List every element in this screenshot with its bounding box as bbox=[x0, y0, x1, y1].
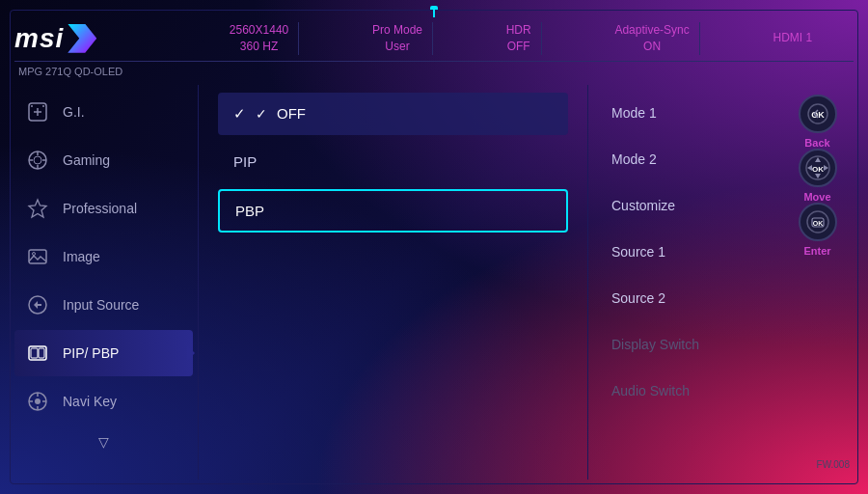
resolution-item: 2560X1440 360 HZ bbox=[220, 22, 299, 55]
svg-point-3 bbox=[31, 105, 33, 107]
sidebar-label-gaming: Gaming bbox=[63, 152, 110, 168]
middle-panel: ✓ OFF PIP PBP bbox=[198, 85, 588, 480]
pro-mode-line1: Pro Mode bbox=[372, 22, 422, 39]
right-option-source1[interactable]: Source 1 bbox=[604, 232, 766, 272]
pip-pbp-icon bbox=[24, 340, 51, 367]
content-area: G.I. Gaming bbox=[14, 85, 854, 480]
hdmi-line1: HDMI 1 bbox=[773, 30, 812, 46]
right-option-display-switch: Display Switch bbox=[604, 324, 766, 365]
svg-point-19 bbox=[35, 398, 41, 404]
pro-mode-line2: User bbox=[385, 39, 409, 55]
right-option-audio-switch: Audio Switch bbox=[604, 370, 766, 411]
enter-circle: OK bbox=[799, 203, 837, 241]
gaming-icon bbox=[24, 147, 51, 174]
right-panel: Mode 1 Mode 2 Customize Source 1 Source … bbox=[588, 85, 781, 480]
monitor-label: MPG 271Q QD-OLED bbox=[14, 62, 854, 85]
input-source-icon bbox=[24, 291, 51, 318]
svg-point-6 bbox=[34, 156, 41, 164]
option-off-label: OFF bbox=[277, 105, 306, 122]
hdmi-item[interactable]: HDMI 1 bbox=[763, 30, 822, 46]
logo-area: msi bbox=[14, 23, 188, 54]
navi-key-icon bbox=[24, 388, 51, 415]
logo-accent-icon bbox=[68, 24, 96, 53]
sidebar-label-gi: G.I. bbox=[63, 104, 85, 120]
svg-rect-12 bbox=[29, 250, 46, 263]
sidebar-item-input-source[interactable]: Input Source bbox=[14, 282, 193, 328]
header-bar: msi 2560X1440 360 HZ Pro Mode User HDR O… bbox=[14, 14, 854, 62]
sidebar-label-pip-pbp: PIP/ PBP bbox=[63, 345, 119, 361]
gi-icon bbox=[24, 98, 51, 125]
option-pbp[interactable]: PBP bbox=[218, 189, 568, 233]
svg-marker-11 bbox=[29, 200, 46, 217]
enter-label: Enter bbox=[803, 245, 830, 257]
checkmark-icon: ✓ bbox=[256, 106, 267, 122]
resolution-line1: 2560X1440 bbox=[230, 22, 288, 39]
option-pbp-label: PBP bbox=[235, 203, 264, 219]
sidebar-label-professional: Professional bbox=[63, 201, 137, 216]
header-items: 2560X1440 360 HZ Pro Mode User HDR OFF A… bbox=[188, 22, 854, 55]
mode2-label: Mode 2 bbox=[611, 151, 657, 167]
sidebar-label-input-source: Input Source bbox=[63, 297, 139, 313]
source2-label: Source 2 bbox=[611, 290, 665, 306]
sidebar-item-navi-key[interactable]: Navi Key bbox=[14, 378, 193, 425]
svg-text:OK: OK bbox=[812, 219, 823, 226]
move-label: Move bbox=[803, 191, 830, 203]
adaptive-sync-line2: ON bbox=[643, 39, 661, 55]
sidebar-scroll-down[interactable]: ▽ bbox=[14, 426, 193, 457]
back-circle: OK bbox=[799, 95, 837, 133]
adaptive-sync-line1: Adaptive-Sync bbox=[614, 22, 689, 39]
resolution-line2: 360 HZ bbox=[240, 39, 278, 55]
sidebar-label-image: Image bbox=[63, 249, 100, 264]
mode1-label: Mode 1 bbox=[611, 105, 657, 121]
sidebar-item-gaming[interactable]: Gaming bbox=[14, 137, 193, 183]
option-off[interactable]: ✓ OFF bbox=[218, 93, 568, 135]
firmware-label: FW.008 bbox=[817, 459, 854, 470]
source1-label: Source 1 bbox=[611, 244, 665, 260]
hdr-line2: OFF bbox=[507, 39, 530, 55]
svg-point-4 bbox=[42, 105, 44, 107]
sidebar-label-navi-key: Navi Key bbox=[63, 394, 117, 409]
controls-panel: OK Back OK bbox=[781, 85, 854, 480]
hdr-line1: HDR bbox=[506, 22, 531, 39]
audio-switch-label: Audio Switch bbox=[611, 383, 690, 398]
svg-rect-17 bbox=[39, 348, 44, 358]
right-option-mode2[interactable]: Mode 2 bbox=[604, 139, 766, 179]
sidebar-item-professional[interactable]: Professional bbox=[14, 185, 193, 232]
back-button[interactable]: OK Back bbox=[799, 95, 837, 149]
hdr-item[interactable]: HDR OFF bbox=[497, 22, 542, 55]
right-option-mode1[interactable]: Mode 1 bbox=[604, 93, 766, 133]
enter-button[interactable]: OK Enter bbox=[799, 203, 837, 257]
right-option-source2[interactable]: Source 2 bbox=[604, 278, 766, 318]
svg-point-13 bbox=[33, 252, 36, 255]
customize-label: Customize bbox=[611, 198, 675, 213]
sidebar: G.I. Gaming bbox=[14, 85, 198, 480]
professional-icon bbox=[24, 195, 51, 222]
display-switch-label: Display Switch bbox=[611, 337, 699, 352]
sidebar-item-image[interactable]: Image bbox=[14, 233, 193, 280]
top-accent-decoration bbox=[433, 10, 435, 17]
msi-logo: msi bbox=[14, 23, 64, 54]
svg-rect-16 bbox=[31, 348, 38, 358]
pro-mode-item[interactable]: Pro Mode User bbox=[363, 22, 433, 55]
sidebar-item-gi[interactable]: G.I. bbox=[14, 89, 193, 135]
image-icon bbox=[24, 243, 51, 270]
svg-text:OK: OK bbox=[812, 165, 824, 174]
right-option-customize[interactable]: Customize bbox=[604, 185, 766, 226]
option-pip[interactable]: PIP bbox=[218, 141, 568, 183]
back-label: Back bbox=[804, 137, 829, 149]
adaptive-sync-item[interactable]: Adaptive-Sync ON bbox=[605, 22, 699, 55]
svg-text:OK: OK bbox=[811, 110, 825, 120]
sidebar-item-pip-pbp[interactable]: PIP/ PBP bbox=[14, 330, 193, 376]
option-pip-label: PIP bbox=[233, 153, 257, 170]
move-button[interactable]: OK Move bbox=[799, 149, 837, 203]
main-container: msi 2560X1440 360 HZ Pro Mode User HDR O… bbox=[14, 14, 854, 480]
move-circle: OK bbox=[799, 149, 837, 187]
